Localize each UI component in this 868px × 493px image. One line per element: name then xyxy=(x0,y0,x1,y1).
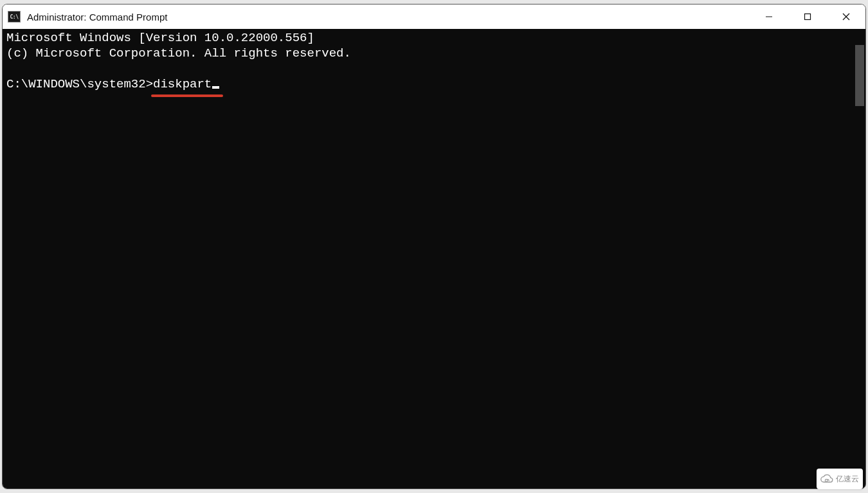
terminal-area[interactable]: Microsoft Windows [Version 10.0.22000.55… xyxy=(3,29,865,489)
terminal-output-line: Microsoft Windows [Version 10.0.22000.55… xyxy=(6,30,862,46)
maximize-icon xyxy=(804,13,811,21)
typed-command: diskpart xyxy=(153,77,212,91)
minimize-icon xyxy=(765,13,773,21)
scrollbar-thumb[interactable] xyxy=(855,45,864,106)
cmd-icon-text: C:\ xyxy=(10,14,19,20)
maximize-button[interactable] xyxy=(788,4,827,29)
scrollbar-track[interactable] xyxy=(854,29,865,489)
watermark: 亿速云 xyxy=(817,469,863,489)
close-icon xyxy=(842,13,850,21)
titlebar[interactable]: C:\ Administrator: Command Prompt xyxy=(3,4,865,29)
annotation-underline xyxy=(151,94,223,97)
svg-point-4 xyxy=(825,480,827,482)
svg-rect-1 xyxy=(805,14,811,20)
prompt-text: C:\WINDOWS\system32> xyxy=(6,76,153,92)
close-button[interactable] xyxy=(827,4,865,29)
watermark-text: 亿速云 xyxy=(836,474,859,485)
window-controls xyxy=(750,4,865,29)
cmd-icon: C:\ xyxy=(8,11,21,22)
terminal-prompt-line: C:\WINDOWS\system32>diskpart xyxy=(6,76,862,92)
text-cursor xyxy=(212,86,219,89)
minimize-button[interactable] xyxy=(750,4,788,29)
terminal-output-line: (c) Microsoft Corporation. All rights re… xyxy=(6,46,862,61)
command-wrap: diskpart xyxy=(153,76,212,92)
window-title: Administrator: Command Prompt xyxy=(27,12,750,22)
command-prompt-window: C:\ Administrator: Command Prompt xyxy=(2,4,866,489)
cloud-icon xyxy=(820,472,833,485)
